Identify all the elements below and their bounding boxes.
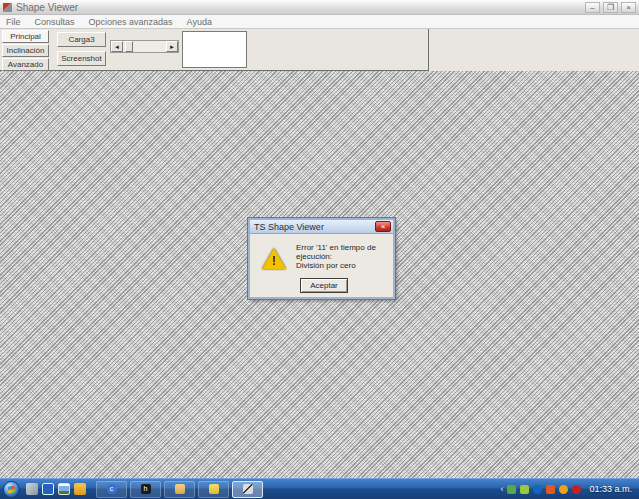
taskbar: c h ‹ 01:33 a.m. [0, 478, 639, 499]
minimize-button[interactable]: – [585, 2, 600, 13]
menu-file[interactable]: File [6, 17, 21, 27]
network-icon[interactable] [533, 485, 542, 494]
app-icon [3, 3, 12, 12]
warning-tray-icon[interactable] [546, 485, 555, 494]
scroll-left-icon[interactable]: ◄ [111, 41, 123, 52]
carga3-button[interactable]: Carga3 [57, 32, 106, 47]
menu-ayuda[interactable]: Ayuda [187, 17, 212, 27]
taskbtn-projects[interactable] [198, 481, 229, 498]
preview-box[interactable] [182, 31, 247, 68]
taskbtn-browser[interactable]: c [96, 481, 127, 498]
error-message-line2: División por cero [296, 261, 356, 270]
windows-logo-icon [8, 485, 16, 493]
projects-folder-icon [209, 484, 219, 494]
start-button[interactable] [3, 481, 20, 498]
menu-opciones-avanzadas[interactable]: Opciones avanzadas [89, 17, 173, 27]
taskbtn-app-h[interactable]: h [130, 481, 161, 498]
dialog-titlebar: TS Shape Viewer × [250, 220, 393, 234]
shape-viewer-app-icon [243, 484, 253, 494]
dialog-close-button[interactable]: × [375, 221, 391, 232]
photo-icon[interactable] [58, 483, 70, 495]
window-titlebar: Shape Viewer – ❐ × [0, 0, 639, 15]
quick-launch [26, 483, 86, 495]
folder-icon[interactable] [74, 483, 86, 495]
tab-principal[interactable]: Principal [2, 30, 49, 43]
stop-icon[interactable] [572, 485, 581, 494]
menu-bar: File Consultas Opciones avanzadas Ayuda [0, 15, 639, 29]
task-buttons: c h [96, 481, 263, 498]
screenshot-button[interactable]: Screenshot [57, 51, 106, 66]
warning-icon: ! [262, 248, 286, 269]
scroll-right-icon[interactable]: ► [166, 41, 178, 52]
documents-folder-icon [175, 484, 185, 494]
taskbtn-documents[interactable] [164, 481, 195, 498]
taskbar-clock[interactable]: 01:33 a.m. [585, 484, 636, 494]
dialog-body: ! Error '11' en tiempo de ejecución: Div… [250, 234, 393, 298]
window-title: Shape Viewer [16, 2, 585, 13]
close-button[interactable]: × [621, 2, 636, 13]
view-tab-column: Principal Inclinación Avanzado [2, 30, 49, 72]
error-message-line1: Error '11' en tiempo de ejecución: [296, 243, 394, 261]
browser-c-icon: c [107, 484, 117, 494]
tab-avanzado[interactable]: Avanzado [2, 58, 49, 71]
display-icon[interactable] [42, 483, 54, 495]
menu-consultas[interactable]: Consultas [35, 17, 75, 27]
system-tray: ‹ 01:33 a.m. [500, 484, 636, 494]
dialog-title: TS Shape Viewer [254, 222, 375, 232]
updater-icon[interactable] [520, 485, 529, 494]
aceptar-button[interactable]: Aceptar [300, 278, 348, 293]
scrollbar-thumb[interactable] [125, 41, 133, 52]
restore-button[interactable]: ❐ [603, 2, 618, 13]
horizontal-scrollbar[interactable]: ◄ ► [110, 40, 179, 53]
antivirus-icon[interactable] [507, 485, 516, 494]
taskbtn-shape-viewer[interactable] [232, 481, 263, 498]
error-dialog: TS Shape Viewer × ! Error '11' en tiempo… [248, 218, 395, 299]
tab-inclinacion[interactable]: Inclinación [2, 44, 49, 57]
scrollbar-track[interactable] [123, 41, 166, 52]
messenger-icon[interactable] [559, 485, 568, 494]
launcher-icon[interactable] [26, 483, 38, 495]
tray-chevron-icon[interactable]: ‹ [500, 484, 503, 494]
app-h-icon: h [141, 484, 151, 494]
